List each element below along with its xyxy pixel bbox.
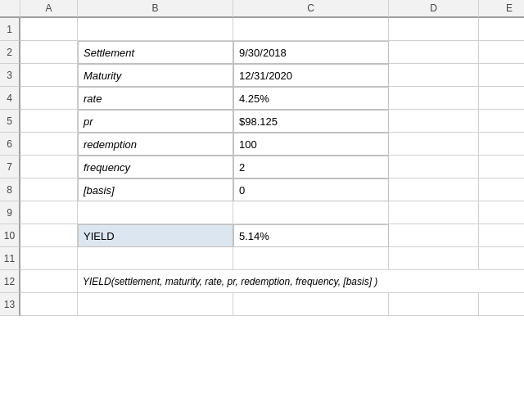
row-header-8[interactable]: 8 (0, 178, 20, 201)
col-header-a[interactable]: A (20, 0, 78, 18)
row-header-10[interactable]: 10 (0, 224, 20, 247)
row-header-1[interactable]: 1 (0, 18, 20, 41)
cell-e13[interactable] (479, 293, 524, 316)
cell-d13[interactable] (389, 293, 479, 316)
cell-c2-settlement-value[interactable]: 9/30/2018 (233, 41, 389, 64)
row-header-11[interactable]: 11 (0, 247, 20, 270)
cell-d11[interactable] (389, 247, 479, 270)
cell-c8-basis-value[interactable]: 0 (233, 178, 389, 201)
cell-b13[interactable] (78, 293, 233, 316)
cell-e6[interactable] (479, 133, 524, 156)
cell-a4[interactable] (20, 87, 78, 110)
cell-b2-settlement-label[interactable]: Settlement (78, 41, 233, 64)
cell-d2[interactable] (389, 41, 479, 64)
cell-b7-frequency-label[interactable]: frequency (78, 156, 233, 178)
row-header-7[interactable]: 7 (0, 156, 20, 178)
cell-d4[interactable] (389, 87, 479, 110)
cell-a11[interactable] (20, 247, 78, 270)
cell-e3[interactable] (479, 64, 524, 87)
cell-d9[interactable] (389, 201, 479, 224)
cell-b10-yield-label[interactable]: YIELD (78, 224, 233, 247)
cell-d7[interactable] (389, 156, 479, 178)
cell-a7[interactable] (20, 156, 78, 178)
cell-b5-pr-label[interactable]: pr (78, 110, 233, 133)
cell-a2[interactable] (20, 41, 78, 64)
cell-b9[interactable] (78, 201, 233, 224)
row-header-3[interactable]: 3 (0, 64, 20, 87)
cell-e5[interactable] (479, 110, 524, 133)
corner-header (0, 0, 20, 18)
cell-b8-basis-label[interactable]: [basis] (78, 178, 233, 201)
cell-b4-rate-label[interactable]: rate (78, 87, 233, 110)
cell-e9[interactable] (479, 201, 524, 224)
cell-c10-yield-value[interactable]: 5.14% (233, 224, 389, 247)
cell-c5-pr-value[interactable]: $98.125 (233, 110, 389, 133)
cell-d8[interactable] (389, 178, 479, 201)
row-header-6[interactable]: 6 (0, 133, 20, 156)
cell-c13[interactable] (233, 293, 389, 316)
cell-a13[interactable] (20, 293, 78, 316)
cell-a5[interactable] (20, 110, 78, 133)
cell-e2[interactable] (479, 41, 524, 64)
cell-a9[interactable] (20, 201, 78, 224)
cell-d10[interactable] (389, 224, 479, 247)
col-header-d[interactable]: D (389, 0, 479, 18)
cell-d5[interactable] (389, 110, 479, 133)
row-header-9[interactable]: 9 (0, 201, 20, 224)
cell-a8[interactable] (20, 178, 78, 201)
cell-b3-maturity-label[interactable]: Maturity (78, 64, 233, 87)
row-header-12[interactable]: 12 (0, 270, 20, 293)
cell-b6-redemption-label[interactable]: redemption (78, 133, 233, 156)
cell-e10[interactable] (479, 224, 524, 247)
cell-c11[interactable] (233, 247, 389, 270)
cell-e11[interactable] (479, 247, 524, 270)
cell-a3[interactable] (20, 64, 78, 87)
row-header-5[interactable]: 5 (0, 110, 20, 133)
cell-d1[interactable] (389, 18, 479, 41)
cell-c3-maturity-value[interactable]: 12/31/2020 (233, 64, 389, 87)
cell-e8[interactable] (479, 178, 524, 201)
col-header-c[interactable]: C (233, 0, 389, 18)
cell-a12[interactable] (20, 270, 78, 293)
cell-b12-formula[interactable]: YIELD(settlement, maturity, rate, pr, re… (78, 270, 524, 293)
cell-b1[interactable] (78, 18, 233, 41)
spreadsheet: A B C D E 1 2 Settlement 9/30/2018 3 Mat… (0, 0, 524, 420)
row-header-2[interactable]: 2 (0, 41, 20, 64)
cell-c9[interactable] (233, 201, 389, 224)
cell-d3[interactable] (389, 64, 479, 87)
cell-c6-redemption-value[interactable]: 100 (233, 133, 389, 156)
cell-d6[interactable] (389, 133, 479, 156)
grid: A B C D E 1 2 Settlement 9/30/2018 3 Mat… (0, 0, 524, 316)
cell-b11[interactable] (78, 247, 233, 270)
row-header-13[interactable]: 13 (0, 293, 20, 316)
cell-a6[interactable] (20, 133, 78, 156)
col-header-b[interactable]: B (78, 0, 233, 18)
cell-a10[interactable] (20, 224, 78, 247)
cell-c7-frequency-value[interactable]: 2 (233, 156, 389, 178)
cell-e4[interactable] (479, 87, 524, 110)
formula-text: YIELD(settlement, maturity, rate, pr, re… (83, 276, 377, 287)
col-header-e[interactable]: E (479, 0, 524, 18)
cell-a1[interactable] (20, 18, 78, 41)
row-header-4[interactable]: 4 (0, 87, 20, 110)
cell-e7[interactable] (479, 156, 524, 178)
cell-c4-rate-value[interactable]: 4.25% (233, 87, 389, 110)
cell-e1[interactable] (479, 18, 524, 41)
cell-c1[interactable] (233, 18, 389, 41)
